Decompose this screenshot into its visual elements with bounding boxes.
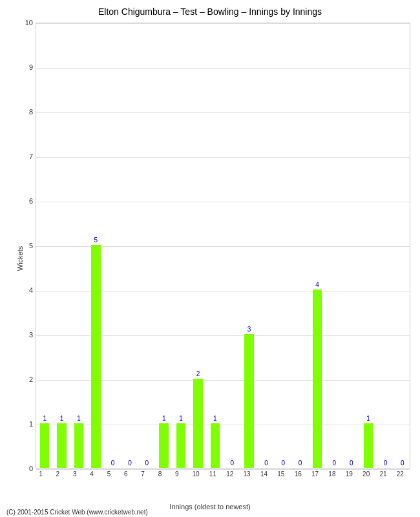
x-axis-title: Innings (oldest to newest): [169, 503, 250, 511]
bar: [40, 423, 50, 468]
bar-value-label: 4: [312, 281, 322, 288]
x-tick-label: 13: [244, 470, 251, 478]
x-tick-label: 7: [141, 470, 145, 478]
y-axis-title: Wickets: [16, 246, 24, 271]
footer: (C) 2001-2015 Cricket Web (www.cricketwe…: [6, 509, 148, 516]
bar-value-label: 0: [295, 459, 306, 467]
bar-value-label: 1: [363, 415, 373, 422]
y-tick-label: 6: [17, 197, 33, 205]
y-tick-label: 4: [17, 286, 33, 294]
bar-value-label: 2: [193, 370, 203, 377]
y-tick-label: 8: [17, 108, 33, 116]
x-tick-label: 8: [158, 470, 162, 478]
y-tick-label: 1: [17, 420, 33, 428]
bar: [193, 379, 203, 468]
y-tick-label: 3: [17, 331, 33, 339]
x-tick-label: 22: [397, 470, 404, 478]
bar-value-label: 1: [74, 415, 84, 422]
x-tick-label: 21: [379, 470, 386, 478]
x-tick-label: 5: [107, 470, 111, 478]
x-tick-label: 12: [226, 470, 233, 478]
y-tick-label: 0: [17, 465, 33, 472]
chart-area: 0123456789101115000112103000400100: [36, 23, 410, 469]
bar: [244, 334, 254, 468]
bar-value-label: 3: [244, 326, 255, 333]
bar-value-label: 0: [261, 459, 271, 467]
x-tick-label: 14: [260, 470, 268, 478]
chart-title: Elton Chigumbura – Test – Bowling – Inni…: [0, 0, 420, 20]
y-tick-label: 2: [17, 375, 33, 383]
bar-value-label: 0: [329, 459, 339, 467]
bar-value-label: 1: [176, 415, 186, 422]
y-tick-label: 10: [17, 19, 33, 26]
chart-container: Elton Chigumbura – Test – Bowling – Inni…: [0, 0, 420, 517]
bar: [91, 245, 101, 468]
x-tick-label: 18: [328, 470, 335, 478]
bar: [57, 423, 67, 468]
x-tick-label: 19: [346, 470, 353, 478]
x-tick-label: 9: [175, 470, 179, 478]
bar-value-label: 5: [90, 237, 101, 244]
bar-value-label: 0: [227, 459, 237, 467]
bar-value-label: 0: [346, 459, 357, 467]
bar: [74, 423, 84, 468]
x-tick-label: 15: [277, 470, 284, 478]
x-tick-label: 17: [311, 470, 319, 478]
x-tick-label: 10: [192, 470, 199, 478]
bar-value-label: 0: [108, 459, 118, 467]
x-tick-label: 1: [39, 470, 43, 478]
bar-value-label: 0: [142, 459, 152, 467]
x-tick-label: 20: [362, 470, 370, 478]
x-tick-label: 16: [295, 470, 302, 478]
bar-value-label: 0: [125, 459, 135, 467]
x-tick-label: 6: [124, 470, 128, 478]
bar-value-label: 1: [159, 415, 169, 422]
x-tick-label: 2: [56, 470, 60, 478]
bar-value-label: 1: [210, 415, 220, 422]
y-tick-label: 7: [17, 153, 33, 160]
bar: [159, 423, 169, 468]
x-tick-label: 3: [73, 470, 77, 478]
y-tick-label: 5: [17, 242, 33, 249]
bar-value-label: 0: [278, 459, 288, 467]
bar: [313, 290, 322, 468]
bar: [211, 423, 220, 468]
bar: [364, 423, 373, 468]
y-tick-label: 9: [17, 63, 33, 71]
x-tick-label: 4: [90, 470, 94, 478]
bar: [176, 423, 186, 468]
bar-value-label: 0: [397, 459, 408, 467]
x-tick-label: 11: [209, 470, 216, 478]
bar-value-label: 0: [380, 459, 390, 467]
bar-value-label: 1: [39, 415, 50, 422]
bar-value-label: 1: [57, 415, 67, 422]
